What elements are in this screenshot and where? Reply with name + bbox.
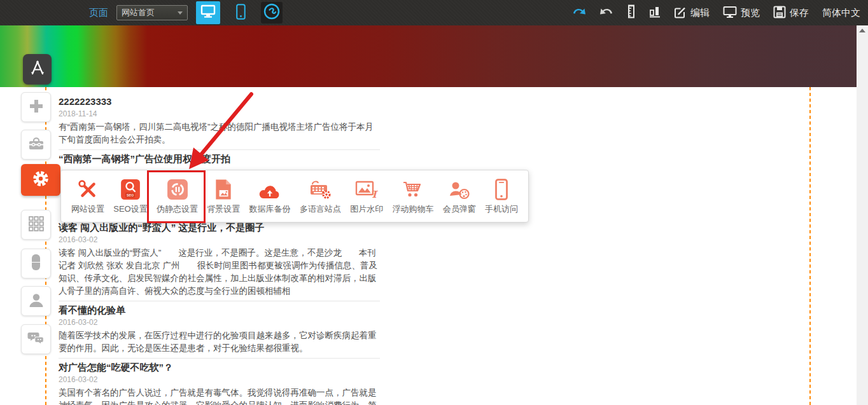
- popup-item-label: 手机访问: [485, 203, 518, 215]
- floating-cart-icon: [402, 177, 424, 200]
- article-title: 对广告怎能“吃硬不吃软”？: [59, 361, 380, 373]
- popup-item-background-settings[interactable]: 背景设置: [207, 177, 240, 215]
- article-excerpt: 有“西南第一高钢塔，四川第二高电视塔”之称的德阳广播电视塔主塔广告位将于本月下旬…: [59, 121, 380, 146]
- language-selector[interactable]: 简体中文: [822, 7, 860, 19]
- article-date: 2016-03-02: [59, 235, 380, 244]
- article-item-5: 对广告怎能“吃硬不吃软”？ 2016-03-02 美国有个著名的广告人说过，广告…: [59, 361, 380, 405]
- article-title: 读客 闯入出版业的“野蛮人” 这是行业，不是圈子: [59, 221, 380, 233]
- svg-text:T: T: [371, 189, 379, 200]
- highlight-box: [147, 170, 206, 223]
- desktop-monitor-icon: [200, 4, 216, 21]
- popup-item-site-settings[interactable]: 网站设置: [71, 177, 104, 215]
- image-watermark-icon: T: [355, 177, 378, 200]
- popup-item-image-watermark[interactable]: T 图片水印: [350, 177, 383, 215]
- page-label: 页面: [89, 7, 108, 19]
- undo-button[interactable]: [572, 6, 586, 19]
- sidebar-item-app-market[interactable]: [23, 54, 52, 85]
- popup-item-label: 多语言站点: [300, 203, 341, 215]
- sidebar-item-modules[interactable]: [21, 210, 51, 240]
- divider: [59, 301, 380, 301]
- member-person-icon: [28, 292, 45, 311]
- redo-icon: [599, 6, 613, 19]
- background-settings-icon: [214, 177, 233, 200]
- sidebar-item-settings[interactable]: [21, 164, 60, 196]
- ruler-button[interactable]: [627, 4, 636, 21]
- article-item-1: 2222223333 2018-11-14 有“西南第一高钢塔，四川第二高电视塔…: [59, 95, 380, 150]
- layout-guide-right: [809, 87, 811, 405]
- site-banner-image[interactable]: [0, 25, 857, 87]
- settings-gear-icon: [31, 169, 50, 191]
- multilanguage-site-icon: [309, 177, 332, 200]
- sidebar-item-widgets[interactable]: [21, 249, 51, 278]
- article-item-3: 读客 闯入出版业的“野蛮人” 这是行业，不是圈子 2016-03-02 读客 闯…: [59, 221, 380, 301]
- mobile-access-icon: [494, 177, 508, 200]
- svg-text:seo: seo: [127, 193, 134, 197]
- article-date: 2016-03-02: [59, 375, 380, 384]
- undo-icon: [572, 6, 586, 19]
- divider: [59, 358, 380, 359]
- sidebar-item-add-module[interactable]: [21, 92, 51, 122]
- bar-chart-icon: [649, 5, 661, 20]
- sidebar-item-member[interactable]: [21, 286, 51, 316]
- scrollbar[interactable]: [857, 25, 868, 405]
- popup-item-label: 背景设置: [207, 203, 240, 215]
- sidebar-item-toolbox[interactable]: [21, 130, 51, 160]
- save-button[interactable]: 保存: [773, 6, 809, 20]
- chat-bubbles-icon: [27, 330, 45, 348]
- article-title: 2222223333: [59, 95, 380, 107]
- article-excerpt: 随着医学技术的发展，在医疗过程中进行的化验项目越来越多，它对诊断疾病起着重要的作…: [59, 329, 380, 355]
- edit-label: 编辑: [690, 7, 710, 19]
- ruler-icon: [627, 4, 636, 21]
- settings-popup: 网站设置 seo SEO设置 伪静态设置 背景设置 数据库备份 多语言站点 T: [60, 170, 529, 223]
- popup-item-floating-cart[interactable]: 浮动购物车: [392, 177, 433, 215]
- redo-button[interactable]: [599, 6, 613, 19]
- stats-button[interactable]: [649, 5, 661, 20]
- popup-item-label: 浮动购物车: [392, 203, 433, 215]
- add-module-icon: [28, 98, 45, 117]
- article-title: “西南第一高钢塔”广告位使用权首度开拍: [59, 153, 380, 165]
- popup-item-label: 网站设置: [71, 203, 104, 215]
- scroll-up-icon[interactable]: [859, 29, 865, 32]
- popup-item-label: 数据库备份: [249, 203, 291, 215]
- edit-pencil-icon: [674, 6, 687, 20]
- toolbox-icon: [27, 135, 45, 154]
- save-label: 保存: [790, 7, 809, 19]
- preview-monitor-icon: [723, 6, 737, 20]
- article-item-4: 看不懂的化验单 2016-03-02 随着医学技术的发展，在医疗过程中进行的化验…: [59, 304, 380, 359]
- database-backup-icon: [258, 177, 282, 200]
- language-label: 简体中文: [822, 7, 860, 19]
- popup-item-mobile-access[interactable]: 手机访问: [485, 177, 518, 215]
- popup-item-seo-settings[interactable]: seo SEO设置: [113, 177, 147, 215]
- seo-settings-icon: seo: [120, 177, 141, 200]
- preview-button[interactable]: 预览: [723, 6, 760, 20]
- site-settings-icon: [77, 177, 99, 200]
- preview-label: 预览: [741, 7, 760, 19]
- mobile-view-button[interactable]: [228, 1, 253, 24]
- edit-button[interactable]: 编辑: [674, 6, 710, 20]
- chevron-down-icon: [178, 11, 183, 15]
- widgets-clover-icon: [27, 254, 45, 273]
- popup-item-database-backup[interactable]: 数据库备份: [249, 177, 291, 215]
- modules-grid-icon: [28, 216, 45, 235]
- divider: [59, 149, 380, 150]
- article-list: 2222223333 2018-11-14 有“西南第一高钢塔，四川第二高电视塔…: [59, 95, 380, 405]
- article-date: 2016-03-02: [59, 318, 380, 327]
- desktop-view-button[interactable]: [196, 1, 220, 24]
- popup-item-label: 会员弹窗: [443, 203, 476, 215]
- link-icon: [263, 3, 281, 23]
- article-excerpt: 读客 闯入出版业的“野蛮人” 这是行业，不是圈子。这是生意，不是沙龙 本刊记者 …: [59, 247, 380, 298]
- mobile-phone-icon: [236, 4, 246, 22]
- popup-item-member-popup[interactable]: 会员弹窗: [443, 177, 476, 215]
- top-toolbar: 页面 网站首页: [0, 0, 868, 25]
- page-selector-value: 网站首页: [122, 7, 178, 18]
- popup-item-multilanguage-site[interactable]: 多语言站点: [300, 177, 341, 215]
- member-popup-icon: [449, 177, 470, 200]
- popup-item-label: SEO设置: [113, 203, 147, 215]
- article-excerpt: 美国有个著名的广告人说过，广告就是有毒气体。我觉得说得再准确一点，广告就是神经毒…: [59, 387, 380, 405]
- article-title: 看不懂的化验单: [59, 304, 380, 316]
- page-link-button[interactable]: [261, 2, 283, 24]
- save-floppy-icon: [773, 6, 786, 20]
- app-market-icon: [29, 59, 46, 79]
- page-selector-dropdown[interactable]: 网站首页: [116, 5, 188, 20]
- sidebar-item-chat[interactable]: [21, 324, 51, 354]
